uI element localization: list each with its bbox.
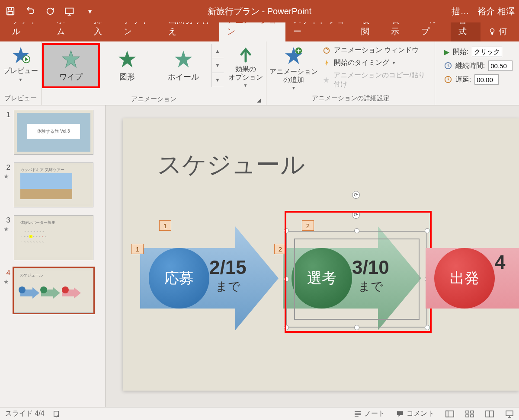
- preview-label: プレビュー: [3, 67, 38, 76]
- animation-gallery: ワイプ 図形 ホイール ▲ ▼ ▼: [43, 44, 224, 87]
- rotate-handle-icon[interactable]: ⟳: [352, 191, 360, 199]
- ribbon: プレビュー ▼ プレビュー ワイプ 図形 ホイール ▲: [0, 41, 519, 105]
- gallery-more-icon[interactable]: ▼: [212, 73, 224, 87]
- thumb-1[interactable]: 1 体験する旅 Vol.3: [3, 110, 102, 155]
- arrow-up-icon: [237, 46, 254, 63]
- user-name[interactable]: 裕介 相澤: [477, 6, 515, 17]
- ribbon-tabs: ファイル ホーム 挿入 デザイン 画面切り替え アニメーション スライド ショー…: [0, 22, 519, 41]
- trigger-button[interactable]: 開始のタイミング ▾: [323, 58, 431, 67]
- document-title: 新旅行プラン - PowerPoint: [208, 6, 311, 17]
- animation-pane-button[interactable]: アニメーション ウィンドウ: [323, 46, 431, 55]
- slide-stage[interactable]: スケジュール 応募 2/15 まで 1 1 選考 3/10 まで: [106, 105, 519, 407]
- circle-3[interactable]: 出発: [434, 248, 495, 309]
- thumb-4[interactable]: 4★ スケジュール: [3, 268, 102, 313]
- qat-more-icon[interactable]: ▾: [84, 5, 96, 17]
- svg-marker-11: [174, 51, 192, 67]
- pane-label: アニメーション ウィンドウ: [334, 46, 419, 55]
- svg-point-5: [490, 29, 494, 32]
- svg-rect-29: [466, 415, 469, 417]
- slide-canvas[interactable]: スケジュール 応募 2/15 まで 1 1 選考 3/10 まで: [123, 118, 519, 391]
- delay-label: 遅延:: [455, 75, 471, 84]
- gallery-item-wheel[interactable]: ホイール: [155, 44, 211, 87]
- delay-row: 遅延:: [444, 74, 513, 85]
- draw-tab-truncated[interactable]: 描…: [452, 6, 469, 17]
- gallery-down-icon[interactable]: ▼: [212, 58, 224, 73]
- add-animation-button[interactable]: アニメーション の追加 ▼: [270, 44, 317, 90]
- duration-input[interactable]: [488, 60, 513, 71]
- thumb-preview: スケジュール: [14, 268, 93, 313]
- preview-star-icon: [11, 46, 30, 65]
- effect-options-label: 効果の オプション: [228, 65, 263, 81]
- date-top: 4: [495, 251, 505, 273]
- svg-rect-30: [471, 415, 474, 417]
- svg-rect-26: [446, 411, 448, 417]
- comments-label: コメント: [407, 409, 434, 418]
- duration-row: 継続時間:: [444, 60, 513, 71]
- sorter-view-icon[interactable]: [465, 410, 474, 417]
- gallery-scroll: ▲ ▼ ▼: [211, 44, 224, 87]
- anim-tag-1a[interactable]: 1: [159, 220, 171, 231]
- thumb-2[interactable]: 2★ カッパドキア 気球ツアー: [3, 162, 102, 207]
- thumb-title: カッパドキア 気球ツアー: [20, 167, 64, 173]
- group-animation: ワイプ 図形 ホイール ▲ ▼ ▼ 効果の オプション: [42, 41, 266, 105]
- date-bot: まで: [209, 278, 247, 295]
- save-icon[interactable]: [4, 5, 16, 17]
- from-beginning-icon[interactable]: [64, 5, 76, 17]
- date-3[interactable]: 4: [495, 251, 505, 273]
- thumb-preview: 体験レポーター募集 ・～～～～～～～・～～～～～～～～・～～～～～～～: [14, 215, 93, 260]
- thumb-preview: カッパドキア 気球ツアー: [14, 162, 93, 207]
- circle-1[interactable]: 応募: [149, 248, 209, 309]
- anim-tag-1b[interactable]: 1: [131, 244, 144, 254]
- pane-icon: [323, 47, 330, 54]
- gallery-item-wipe[interactable]: ワイプ: [43, 44, 99, 87]
- delay-icon: [444, 76, 452, 83]
- svg-rect-28: [471, 411, 474, 413]
- group-label-advanced: アニメーションの詳細設定: [312, 94, 390, 104]
- preview-button[interactable]: プレビュー ▼: [3, 44, 38, 82]
- group-timing: ▶ 開始: 継続時間: 遅延:: [435, 41, 519, 105]
- gallery-item-shape[interactable]: 図形: [99, 44, 155, 87]
- add-animation-label: アニメーション の追加: [269, 67, 318, 84]
- group-advanced: アニメーション の追加 ▼ アニメーション ウィンドウ 開始のタイミング ▾ ア…: [266, 41, 435, 105]
- delay-input[interactable]: [474, 74, 499, 85]
- dialog-launcher-icon[interactable]: ◢: [257, 97, 261, 103]
- group-label-preview: プレビュー: [4, 94, 37, 104]
- quick-access-toolbar: ▾: [4, 5, 96, 17]
- svg-rect-1: [8, 8, 11, 10]
- spellcheck-icon[interactable]: [53, 410, 61, 418]
- start-input[interactable]: [472, 47, 502, 57]
- thumb-number: 4: [3, 268, 10, 277]
- svg-marker-9: [62, 51, 79, 67]
- thumb-title: 体験レポーター募集: [20, 220, 55, 226]
- star-icon: [173, 49, 193, 69]
- svg-rect-2: [8, 12, 13, 15]
- slide-title[interactable]: スケジュール: [157, 149, 305, 181]
- advanced-list: アニメーション ウィンドウ 開始のタイミング ▾ アニメーションのコピー/貼り付…: [320, 44, 431, 89]
- play-icon: ▶: [444, 48, 449, 56]
- thumb-title: 体験する旅 Vol.3: [27, 124, 80, 139]
- comments-button[interactable]: コメント: [396, 409, 434, 418]
- group-preview: プレビュー ▼ プレビュー: [0, 41, 42, 105]
- gallery-up-icon[interactable]: ▲: [212, 44, 224, 58]
- slideshow-view-icon[interactable]: [505, 410, 514, 418]
- notes-icon: [354, 411, 362, 417]
- redo-icon[interactable]: [44, 5, 56, 17]
- highlight-box: [285, 211, 432, 333]
- effect-options-button[interactable]: 効果の オプション ▼: [226, 44, 265, 88]
- gallery-label: 図形: [119, 72, 135, 82]
- date-1[interactable]: 2/15 まで: [209, 257, 247, 295]
- tell-me[interactable]: 何: [481, 22, 515, 41]
- add-star-icon: [284, 46, 304, 66]
- undo-icon[interactable]: [24, 5, 36, 17]
- normal-view-icon[interactable]: [445, 410, 454, 417]
- thumb-3[interactable]: 3★ 体験レポーター募集 ・～～～～～～～・～～～～～～～～・～～～～～～～: [3, 215, 102, 260]
- status-bar: スライド 4/4 ノート コメント: [0, 407, 519, 420]
- start-label: 開始:: [453, 48, 468, 57]
- notes-button[interactable]: ノート: [354, 409, 385, 418]
- svg-rect-27: [466, 411, 469, 413]
- thumb-number: 2: [3, 162, 10, 172]
- gallery-label: ホイール: [168, 72, 199, 82]
- animation-indicator-icon: ★: [3, 278, 10, 285]
- reading-view-icon[interactable]: [485, 410, 494, 417]
- animation-indicator-icon: ★: [3, 226, 10, 232]
